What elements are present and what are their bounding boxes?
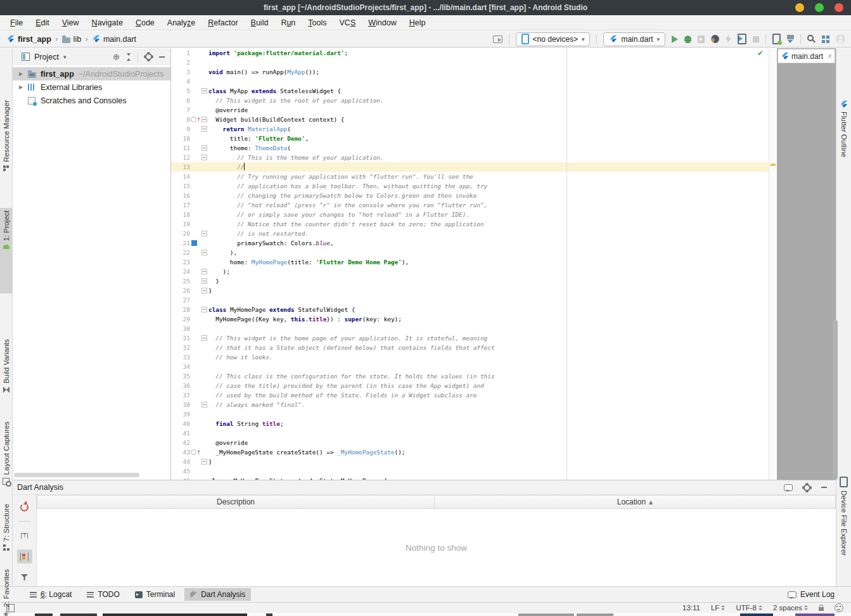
code-line-22[interactable]: 22 ), (171, 248, 769, 257)
menu-item-vcs[interactable]: VCS (333, 17, 362, 29)
tool-button-build-variants[interactable]: Build Variants (0, 337, 12, 411)
gutter-slot[interactable] (190, 362, 200, 371)
fold-slot[interactable] (200, 305, 208, 314)
line-number[interactable]: 35 (171, 371, 190, 381)
fold-slot[interactable] (200, 86, 208, 96)
lock-icon[interactable] (819, 607, 824, 611)
column-header-description[interactable]: Description (37, 495, 435, 509)
line-number[interactable]: 25 (171, 276, 190, 286)
gutter-slot[interactable] (190, 134, 200, 143)
window-close-button[interactable] (835, 3, 843, 12)
breadcrumb-first-app[interactable]: first_app (6, 35, 51, 44)
fold-slot[interactable] (200, 134, 208, 143)
fold-slot[interactable] (200, 105, 208, 115)
gutter-slot[interactable] (190, 58, 200, 67)
gutter-slot[interactable] (190, 191, 200, 200)
tool-button-device-file-explorer[interactable]: Device File Explorer (836, 474, 851, 616)
fold-slot[interactable] (200, 219, 208, 229)
editor-tab-main-dart[interactable]: main.dart × (777, 49, 835, 63)
code-line-13[interactable]: 13 // (171, 162, 769, 172)
line-number[interactable]: 26 (171, 286, 190, 295)
code-line-40[interactable]: 40 final String title; (171, 419, 769, 428)
code-line-24[interactable]: 24 ); (171, 267, 769, 276)
code-line-8[interactable]: 8 Widget build(BuildContext context) { (171, 115, 769, 124)
fold-marker-icon[interactable] (202, 250, 207, 255)
tool-button-layout-captures[interactable]: Layout Captures (0, 419, 12, 496)
stop-icon[interactable] (753, 36, 759, 42)
event-log-button[interactable]: Event Log (788, 590, 835, 599)
gutter-slot[interactable] (190, 153, 200, 162)
gutter-slot[interactable] (190, 172, 200, 181)
gutter-slot[interactable] (190, 257, 200, 267)
gutter-slot[interactable] (190, 305, 200, 314)
line-number[interactable]: 28 (171, 305, 190, 314)
profile-icon[interactable] (836, 35, 845, 43)
line-number[interactable]: 13 (171, 162, 190, 172)
line-number[interactable]: 41 (171, 428, 190, 438)
gutter-slot[interactable] (190, 428, 200, 438)
gutter-slot[interactable] (190, 248, 200, 257)
line-number[interactable]: 21 (171, 238, 190, 248)
code-line-21[interactable]: 21 primarySwatch: Colors.blue, (171, 238, 769, 248)
fold-slot[interactable] (200, 286, 208, 295)
gutter-slot[interactable] (190, 286, 200, 295)
debug-icon[interactable] (684, 35, 691, 43)
project-panel-title[interactable]: Project (34, 53, 59, 61)
fold-slot[interactable] (200, 191, 208, 200)
fold-slot[interactable] (200, 210, 208, 219)
code-line-17[interactable]: 17 // "hot reload" (press "r" in the con… (171, 200, 769, 210)
scrollbar-thumb[interactable] (833, 320, 838, 480)
color-preview-icon[interactable] (191, 240, 197, 246)
line-number[interactable]: 12 (171, 153, 190, 162)
code-line-3[interactable]: 3void main() => runApp(MyApp()); (171, 67, 769, 77)
fold-slot[interactable] (200, 58, 208, 67)
gutter-slot[interactable] (190, 229, 200, 238)
menu-item-code[interactable]: Code (129, 17, 161, 29)
fold-slot[interactable] (200, 238, 208, 248)
code-line-30[interactable]: 30 (171, 324, 769, 333)
fold-slot[interactable] (200, 248, 208, 257)
code-line-23[interactable]: 23 home: MyHomePage(title: 'Flutter Demo… (171, 257, 769, 267)
line-number[interactable]: 18 (171, 210, 190, 219)
min-icon[interactable] (159, 56, 165, 58)
line-number[interactable]: 19 (171, 219, 190, 229)
collapse-all-icon[interactable] (125, 53, 132, 61)
line-number[interactable]: 4 (171, 77, 190, 86)
menu-item-view[interactable]: View (56, 17, 86, 29)
menu-item-window[interactable]: Window (362, 17, 402, 29)
tool-button-7-structure[interactable]: 7: Structure (0, 501, 12, 563)
fold-slot[interactable] (200, 48, 208, 58)
restart-analysis-button[interactable] (17, 500, 32, 514)
code-line-41[interactable]: 41 (171, 428, 769, 438)
line-number[interactable]: 1 (171, 48, 190, 58)
gutter-slot[interactable] (190, 48, 200, 58)
code-line-45[interactable]: 45 (171, 466, 769, 476)
line-number[interactable]: 3 (171, 67, 190, 77)
fold-marker-icon[interactable] (202, 335, 207, 341)
gutter-slot[interactable] (190, 219, 200, 229)
code-line-16[interactable]: 16 // changing the primarySwatch below t… (171, 191, 769, 200)
fold-slot[interactable] (200, 314, 208, 324)
line-number[interactable]: 17 (171, 200, 190, 210)
gutter-slot[interactable] (190, 77, 200, 86)
line-number[interactable]: 31 (171, 333, 190, 343)
gutter-slot[interactable] (190, 447, 200, 457)
gutter-slot[interactable] (190, 457, 200, 466)
gutter-slot[interactable] (190, 381, 200, 390)
gutter-slot[interactable] (190, 143, 200, 153)
fold-slot[interactable] (200, 96, 208, 105)
line-number[interactable]: 36 (171, 381, 190, 390)
fold-slot[interactable] (200, 77, 208, 86)
line-number[interactable]: 16 (171, 191, 190, 200)
line-number[interactable]: 32 (171, 343, 190, 352)
line-number[interactable]: 14 (171, 172, 190, 181)
gutter-slot[interactable] (190, 390, 200, 400)
caret-position-indicator[interactable]: 13:11 (682, 604, 700, 612)
line-number[interactable]: 30 (171, 324, 190, 333)
line-number[interactable]: 23 (171, 257, 190, 267)
code-line-37[interactable]: 37 // used by the build method of the St… (171, 390, 769, 400)
fold-slot[interactable] (200, 257, 208, 267)
device-selector-button[interactable]: <no devices>▾ (516, 32, 591, 46)
fold-marker-icon[interactable] (202, 231, 207, 236)
locate-icon[interactable]: ⊕ (113, 53, 120, 61)
